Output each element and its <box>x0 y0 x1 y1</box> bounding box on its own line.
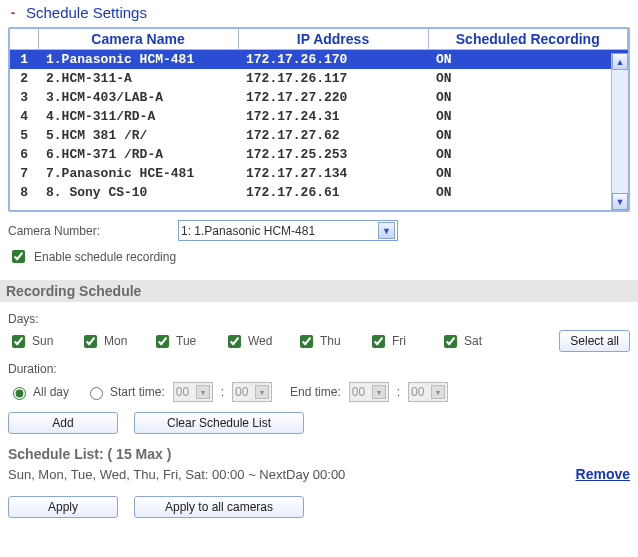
day-sun-label: Sun <box>32 334 53 348</box>
day-sun: Sun <box>8 332 70 351</box>
start-minute-select[interactable]: 00 ▾ <box>232 382 272 402</box>
table-row[interactable]: 11.Panasonic HCM-481172.17.26.170ON <box>10 50 628 70</box>
day-wed: Wed <box>224 332 286 351</box>
recording-schedule-header: Recording Schedule <box>0 280 638 302</box>
cell-idx: 5 <box>10 126 38 145</box>
table-row[interactable]: 33.HCM-403/LAB-A172.17.27.220ON <box>10 88 628 107</box>
cell-name: 3.HCM-403/LAB-A <box>38 88 238 107</box>
cell-ip: 172.17.25.253 <box>238 145 428 164</box>
day-sat-checkbox[interactable] <box>444 335 457 348</box>
cell-idx: 4 <box>10 107 38 126</box>
time-separator: : <box>221 385 224 399</box>
day-mon-label: Mon <box>104 334 127 348</box>
select-all-button[interactable]: Select all <box>559 330 630 352</box>
chevron-down-icon: ▼ <box>378 222 395 239</box>
cell-name: 7.Panasonic HCE-481 <box>38 164 238 183</box>
camera-number-label: Camera Number: <box>8 224 168 238</box>
duration-label: Duration: <box>8 362 630 376</box>
end-hour-select[interactable]: 00 ▾ <box>349 382 389 402</box>
day-sun-checkbox[interactable] <box>12 335 25 348</box>
day-fri-checkbox[interactable] <box>372 335 385 348</box>
cell-name: 4.HCM-311/RD-A <box>38 107 238 126</box>
cell-ip: 172.17.26.170 <box>238 50 428 70</box>
scrollbar[interactable]: ▲ ▼ <box>611 53 628 210</box>
day-tue-label: Tue <box>176 334 196 348</box>
enable-schedule-checkbox[interactable] <box>12 250 25 263</box>
day-fri: Fri <box>368 332 430 351</box>
schedule-list-entry: Sun, Mon, Tue, Wed, Thu, Fri, Sat: 00:00… <box>8 467 345 482</box>
table-row[interactable]: 66.HCM-371 /RD-A172.17.25.253ON <box>10 145 628 164</box>
apply-button[interactable]: Apply <box>8 496 118 518</box>
camera-number-select[interactable]: 1: 1.Panasonic HCM-481 ▼ <box>178 220 398 241</box>
cell-name: 8. Sony CS-10 <box>38 183 238 202</box>
cell-ip: 172.17.27.220 <box>238 88 428 107</box>
cell-name: 1.Panasonic HCM-481 <box>38 50 238 70</box>
clear-schedule-button[interactable]: Clear Schedule List <box>134 412 304 434</box>
duration-starttime-radio[interactable] <box>90 387 103 400</box>
day-mon-checkbox[interactable] <box>84 335 97 348</box>
scroll-up-icon[interactable]: ▲ <box>612 53 628 70</box>
camera-number-value: 1: 1.Panasonic HCM-481 <box>181 224 315 238</box>
day-wed-checkbox[interactable] <box>228 335 241 348</box>
col-index[interactable] <box>10 29 38 50</box>
table-row[interactable]: 44.HCM-311/RD-A172.17.24.31ON <box>10 107 628 126</box>
table-row[interactable]: 77.Panasonic HCE-481172.17.27.134ON <box>10 164 628 183</box>
col-ip-address[interactable]: IP Address <box>238 29 428 50</box>
table-row[interactable]: 22.HCM-311-A172.17.26.117ON <box>10 69 628 88</box>
scroll-down-icon[interactable]: ▼ <box>612 193 628 210</box>
end-minute-value: 00 <box>411 385 424 399</box>
duration-allday-radio[interactable] <box>13 387 26 400</box>
day-thu-label: Thu <box>320 334 341 348</box>
start-minute-value: 00 <box>235 385 248 399</box>
end-time-label: End time: <box>290 385 341 399</box>
duration-allday-label: All day <box>33 385 69 399</box>
cell-ip: 172.17.26.61 <box>238 183 428 202</box>
cell-name: 5.HCM 381 /R/ <box>38 126 238 145</box>
day-tue-checkbox[interactable] <box>156 335 169 348</box>
cell-idx: 3 <box>10 88 38 107</box>
cell-rec: ON <box>428 126 628 145</box>
cell-idx: 1 <box>10 50 38 70</box>
cell-idx: 6 <box>10 145 38 164</box>
day-fri-label: Fri <box>392 334 406 348</box>
camera-table: Camera Name IP Address Scheduled Recordi… <box>8 27 630 212</box>
enable-schedule-label: Enable schedule recording <box>34 250 176 264</box>
start-hour-select[interactable]: 00 ▾ <box>173 382 213 402</box>
chevron-down-icon: ▾ <box>431 385 445 399</box>
cell-ip: 172.17.24.31 <box>238 107 428 126</box>
collapse-icon[interactable]: - <box>8 6 18 20</box>
day-mon: Mon <box>80 332 142 351</box>
add-button[interactable]: Add <box>8 412 118 434</box>
table-row[interactable]: 55.HCM 381 /R/172.17.27.62ON <box>10 126 628 145</box>
scroll-track[interactable] <box>612 70 628 193</box>
day-thu: Thu <box>296 332 358 351</box>
schedule-list-title: Schedule List: ( 15 Max ) <box>8 446 630 462</box>
remove-link[interactable]: Remove <box>576 466 630 482</box>
cell-rec: ON <box>428 183 628 202</box>
cell-rec: ON <box>428 164 628 183</box>
cell-ip: 172.17.26.117 <box>238 69 428 88</box>
day-thu-checkbox[interactable] <box>300 335 313 348</box>
col-scheduled-recording[interactable]: Scheduled Recording <box>428 29 628 50</box>
table-row[interactable]: 88. Sony CS-10172.17.26.61ON <box>10 183 628 202</box>
cell-name: 2.HCM-311-A <box>38 69 238 88</box>
days-label: Days: <box>8 312 630 326</box>
end-minute-select[interactable]: 00 ▾ <box>408 382 448 402</box>
cell-ip: 172.17.27.62 <box>238 126 428 145</box>
start-hour-value: 00 <box>176 385 189 399</box>
col-camera-name[interactable]: Camera Name <box>38 29 238 50</box>
cell-rec: ON <box>428 107 628 126</box>
cell-idx: 7 <box>10 164 38 183</box>
chevron-down-icon: ▾ <box>255 385 269 399</box>
time-separator: : <box>397 385 400 399</box>
cell-idx: 2 <box>10 69 38 88</box>
day-wed-label: Wed <box>248 334 272 348</box>
duration-starttime-label: Start time: <box>110 385 165 399</box>
chevron-down-icon: ▾ <box>372 385 386 399</box>
cell-rec: ON <box>428 88 628 107</box>
day-tue: Tue <box>152 332 214 351</box>
cell-idx: 8 <box>10 183 38 202</box>
cell-ip: 172.17.27.134 <box>238 164 428 183</box>
day-sat-label: Sat <box>464 334 482 348</box>
apply-all-button[interactable]: Apply to all cameras <box>134 496 304 518</box>
